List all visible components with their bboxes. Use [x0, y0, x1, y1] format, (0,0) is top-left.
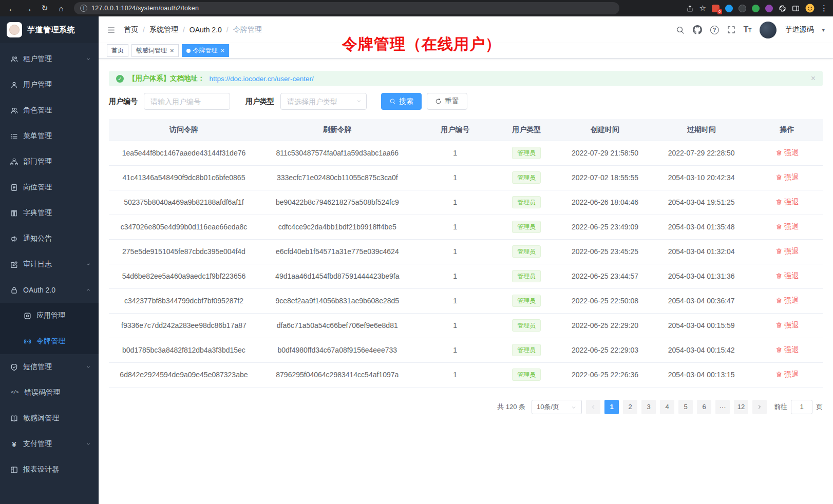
- user-menu-caret-icon[interactable]: ▾: [822, 27, 825, 33]
- next-page-button[interactable]: [752, 400, 767, 414]
- user-id-input[interactable]: [144, 93, 230, 110]
- access-token-value: f9336e7c7dd242a283ee98dc86b17a87: [121, 321, 247, 329]
- sidebar-item-label: 错误码管理: [24, 388, 60, 397]
- main-panel: 首页 / 系统管理 / OAuth 2.0 / 令牌管理 ?: [99, 16, 833, 504]
- breadcrumb-system[interactable]: 系统管理: [149, 25, 178, 34]
- address-bar[interactable]: i 127.0.0.1:1024/system/oauth2/token: [74, 2, 619, 14]
- extensions-puzzle-icon[interactable]: [779, 5, 786, 12]
- refresh-token-value: be90422b8c7946218275a508bf524fc9: [276, 198, 399, 206]
- browser-refresh-button[interactable]: ↻: [38, 2, 51, 15]
- screen: ← → ↻ ⌂ i 127.0.0.1:1024/system/oauth2/t…: [0, 0, 833, 504]
- doc-link[interactable]: https://doc.iocoder.cn/user-center/: [210, 75, 314, 83]
- expire-time-value: 2054-03-04 19:51:25: [668, 198, 735, 206]
- user-type-select-input[interactable]: [280, 93, 367, 110]
- sidebar-item-errorcode[interactable]: </> 错误码管理: [0, 380, 99, 405]
- sidebar-item-role[interactable]: 角色管理: [0, 98, 99, 123]
- user-id-value: 1: [453, 371, 457, 379]
- sidebar-item-pay[interactable]: ¥ 支付管理: [0, 431, 99, 457]
- extension-icon-red[interactable]: 0: [712, 5, 720, 12]
- github-icon[interactable]: [693, 25, 702, 34]
- close-icon[interactable]: ×: [170, 47, 174, 54]
- extension-icon-green[interactable]: [752, 5, 760, 12]
- created-time-value: 2022-06-25 22:26:36: [572, 371, 638, 379]
- sidebar-item-oauth2-app[interactable]: 应用管理: [0, 303, 99, 328]
- extension-icon-blue[interactable]: [725, 5, 733, 12]
- sidebar-item-menu[interactable]: 菜单管理: [0, 123, 99, 149]
- sidebar-item-dept[interactable]: 部门管理: [0, 149, 99, 175]
- alert-close-icon[interactable]: ×: [811, 74, 816, 83]
- sidebar-item-dict[interactable]: 字典管理: [0, 200, 99, 226]
- tab-token[interactable]: 令牌管理 ×: [182, 44, 230, 57]
- tab-home[interactable]: 首页: [107, 44, 128, 57]
- breadcrumb-oauth2[interactable]: OAuth 2.0: [190, 26, 222, 34]
- page-ellipsis[interactable]: ···: [715, 400, 730, 414]
- app-icon: [24, 312, 31, 320]
- force-logout-button[interactable]: 强退: [775, 370, 799, 379]
- search-button[interactable]: 搜索: [381, 93, 422, 110]
- sidebar-item-label: 菜单管理: [23, 131, 52, 141]
- tab-sensitive-word[interactable]: 敏感词管理 ×: [131, 44, 179, 57]
- site-info-icon[interactable]: i: [80, 5, 87, 12]
- column-header-refresh-token: 刷新令牌: [259, 119, 416, 141]
- expire-time-value: 2054-03-10 20:42:34: [668, 173, 735, 182]
- pay-yen-icon: ¥: [10, 440, 18, 449]
- split-view-icon[interactable]: [792, 5, 800, 12]
- bookmark-star-icon[interactable]: ☆: [699, 4, 706, 13]
- page-size-select[interactable]: 10条/页: [532, 400, 582, 414]
- sidebar-toggle-icon[interactable]: [107, 26, 116, 34]
- font-size-icon[interactable]: T T: [744, 26, 752, 34]
- url-text: 127.0.0.1:1024/system/oauth2/token: [91, 5, 199, 12]
- sidebar-item-post[interactable]: 岗位管理: [0, 175, 99, 200]
- browser-back-button[interactable]: ←: [5, 2, 18, 15]
- sidebar-item-user[interactable]: 用户管理: [0, 72, 99, 98]
- page-button-12[interactable]: 12: [734, 400, 748, 414]
- sidebar-item-sms[interactable]: 短信管理: [0, 354, 99, 380]
- goto-page-input[interactable]: [791, 400, 812, 414]
- browser-forward-button[interactable]: →: [22, 2, 35, 15]
- force-logout-button[interactable]: 强退: [775, 345, 799, 355]
- share-icon[interactable]: [686, 5, 694, 12]
- profile-avatar-emoji[interactable]: [805, 4, 815, 13]
- force-logout-button[interactable]: 强退: [775, 272, 799, 281]
- errorcode-code-icon: </>: [10, 390, 19, 395]
- sidebar-item-oauth2-token[interactable]: 令牌管理: [0, 328, 99, 354]
- sidebar-item-oauth2[interactable]: OAuth 2.0: [0, 277, 99, 303]
- reset-button[interactable]: 重置: [427, 93, 467, 110]
- refresh-token-value: 9ce8ef2aa9f14056b831ae9b608e28d5: [276, 297, 400, 305]
- page-button-2[interactable]: 2: [623, 400, 637, 414]
- prev-page-button[interactable]: [586, 400, 600, 414]
- force-logout-button[interactable]: 强退: [775, 173, 799, 182]
- sidebar-item-audit-log[interactable]: 审计日志: [0, 251, 99, 277]
- user-type-select[interactable]: [280, 93, 367, 110]
- page-button-3[interactable]: 3: [641, 400, 656, 414]
- help-icon[interactable]: ?: [710, 26, 719, 34]
- user-type-badge: 管理员: [512, 245, 541, 258]
- breadcrumb-home[interactable]: 首页: [124, 25, 138, 34]
- extension-icon-purple[interactable]: [765, 5, 773, 12]
- close-icon[interactable]: ×: [221, 47, 225, 54]
- browser-home-button[interactable]: ⌂: [54, 2, 68, 15]
- force-logout-button[interactable]: 强退: [775, 321, 799, 330]
- sidebar-item-report-designer[interactable]: 报表设计器: [0, 457, 99, 482]
- total-count: 共 120 条: [497, 402, 525, 412]
- app-title: 芋道管理系统: [27, 25, 75, 35]
- sidebar-item-tenant[interactable]: 租户管理: [0, 46, 99, 72]
- force-logout-button[interactable]: 强退: [775, 148, 799, 158]
- force-logout-button[interactable]: 强退: [775, 222, 799, 231]
- fullscreen-icon[interactable]: [727, 26, 735, 34]
- user-avatar[interactable]: [760, 22, 777, 38]
- sidebar-item-label: 令牌管理: [36, 337, 65, 346]
- force-logout-button[interactable]: 强退: [775, 247, 799, 256]
- page-button-1[interactable]: 1: [604, 400, 619, 414]
- extension-icon-dark[interactable]: [739, 5, 746, 12]
- force-logout-button[interactable]: 强退: [775, 198, 799, 207]
- search-icon[interactable]: [676, 26, 685, 34]
- page-button-6[interactable]: 6: [697, 400, 711, 414]
- browser-menu-icon[interactable]: ⋮: [820, 4, 828, 13]
- page-button-5[interactable]: 5: [678, 400, 693, 414]
- sidebar-item-notice[interactable]: 通知公告: [0, 226, 99, 251]
- page-button-4[interactable]: 4: [660, 400, 674, 414]
- created-time-value: 2022-06-25 23:49:09: [572, 223, 638, 231]
- sidebar-item-sensitive-word[interactable]: 敏感词管理: [0, 405, 99, 431]
- force-logout-button[interactable]: 强退: [775, 296, 799, 305]
